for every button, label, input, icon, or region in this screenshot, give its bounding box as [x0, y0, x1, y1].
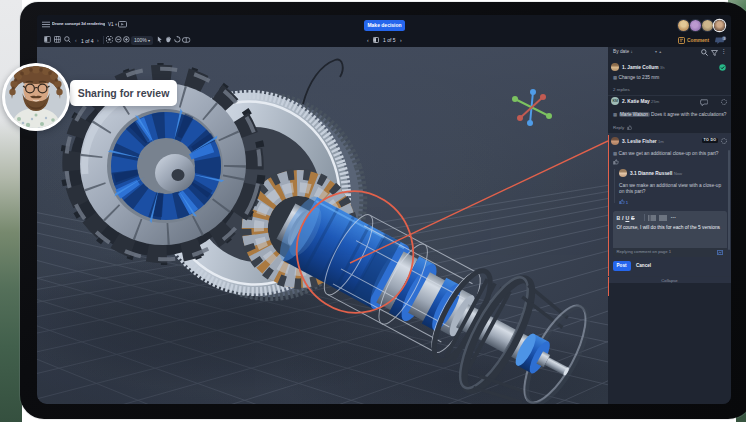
svg-text:3: 3: [723, 36, 725, 40]
